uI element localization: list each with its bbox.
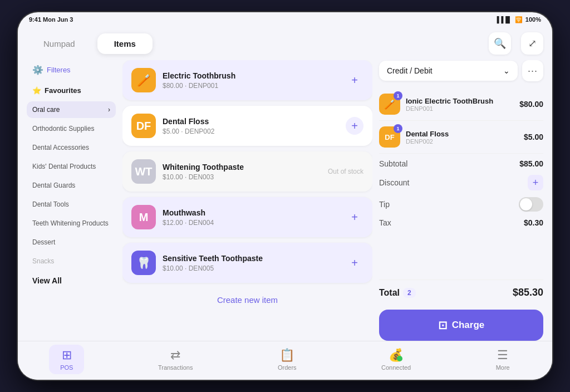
- product-info-sensitive-teeth: Sensitive Teeth Toothpaste $10.00 · DEN0…: [163, 254, 339, 272]
- transactions-icon: ⇄: [170, 348, 180, 362]
- category-orthodontic[interactable]: Orthodontic Supplies: [27, 120, 116, 137]
- product-card-whitening-toothpaste[interactable]: WT Whitening Toothpaste $10.00 · DEN003 …: [122, 151, 372, 192]
- cart-items: 🪥 1 Ionic Electric ToothBrush DENP001 $8…: [379, 88, 543, 154]
- charge-icon: ⊡: [438, 318, 448, 332]
- charge-button[interactable]: ⊡ Charge: [379, 310, 543, 341]
- add-discount-button[interactable]: +: [528, 175, 543, 190]
- category-label: Dental Accessories: [32, 144, 89, 151]
- app-container: Numpad Items 🔍 ⤢ ⚙️ Filteres ⭐ Favourite…: [18, 27, 552, 380]
- category-dental-guards[interactable]: Dental Guards: [27, 177, 116, 194]
- transactions-label: Transactions: [158, 364, 193, 371]
- search-button[interactable]: 🔍: [489, 32, 511, 55]
- category-kids-dental[interactable]: Kids' Dental Products: [27, 158, 116, 175]
- star-icon: ⭐: [32, 86, 41, 95]
- nav-connected[interactable]: 💰 Connected: [370, 345, 422, 374]
- subtotal-label: Subtotal: [379, 159, 407, 168]
- tax-value: $0.30: [524, 218, 543, 227]
- category-label: Teeth Whitening Products: [32, 219, 109, 227]
- cart-item-toothbrush: 🪥 1 Ionic Electric ToothBrush DENP001 $8…: [379, 88, 543, 121]
- expand-button[interactable]: ⤢: [521, 32, 543, 55]
- view-all-button[interactable]: View All: [27, 272, 116, 290]
- filter-icon: ⚙️: [32, 65, 43, 75]
- tip-toggle[interactable]: [519, 197, 543, 212]
- products-panel: 🪥 Electric Toothbrush $80.00 · DENP001 +…: [122, 60, 372, 341]
- product-name: Electric Toothbrush: [163, 71, 339, 80]
- tip-row: Tip: [379, 197, 543, 212]
- category-snacks[interactable]: Snacks: [27, 253, 116, 270]
- cart-item-price-floss: $5.00: [524, 133, 543, 141]
- cart-item-info-toothbrush: Ionic Electric ToothBrush DENP001: [406, 97, 514, 112]
- wifi-icon: 🛜: [515, 16, 523, 23]
- bottom-nav: ⊞ POS ⇄ Transactions 📋 Orders 💰 Connecte…: [18, 341, 552, 380]
- add-mouthwash-button[interactable]: +: [346, 208, 363, 226]
- orders-icon: 📋: [279, 348, 294, 362]
- category-teeth-whitening[interactable]: Teeth Whitening Products: [27, 215, 116, 232]
- product-meta: $10.00 · DEN005: [163, 264, 339, 272]
- total-label: Total: [379, 288, 400, 298]
- favourites-button[interactable]: ⭐ Favourites: [27, 82, 116, 99]
- favourites-label: Favourites: [45, 86, 81, 95]
- product-meta: $12.00 · DEN004: [163, 219, 339, 227]
- category-label: Dental Tools: [32, 200, 69, 208]
- pos-icon: ⊞: [62, 348, 72, 362]
- discount-row: Discount +: [379, 175, 543, 190]
- cart-item-name: Ionic Electric ToothBrush: [406, 97, 514, 105]
- product-card-sensitive-teeth[interactable]: 🦷 Sensitive Teeth Toothpaste $10.00 · DE…: [122, 243, 372, 283]
- orders-label: Orders: [278, 364, 297, 371]
- product-icon-electric-toothbrush: 🪥: [131, 68, 156, 92]
- chevron-right-icon: ›: [108, 106, 110, 114]
- top-nav: Numpad Items 🔍 ⤢: [18, 27, 552, 60]
- category-dessert[interactable]: Dessert: [27, 234, 116, 251]
- connected-dot: [397, 356, 402, 361]
- tax-label: Tax: [379, 218, 391, 227]
- items-tab[interactable]: Items: [97, 33, 153, 54]
- product-icon-whitening-toothpaste: WT: [131, 159, 156, 184]
- cart-item-name: Dental Floss: [406, 130, 518, 138]
- add-dental-floss-button[interactable]: +: [346, 117, 363, 135]
- nav-transactions[interactable]: ⇄ Transactions: [147, 345, 204, 374]
- filter-label: Filteres: [47, 66, 71, 74]
- filter-button[interactable]: ⚙️ Filteres: [27, 60, 116, 80]
- cart-item-sku: DENP001: [406, 105, 514, 112]
- total-count-badge: 2: [403, 288, 416, 298]
- cart-item-icon-floss: DF 1: [379, 126, 400, 148]
- category-oral-care[interactable]: Oral care ›: [27, 101, 116, 118]
- nav-more[interactable]: ☰ More: [485, 345, 521, 374]
- pos-label: POS: [60, 364, 73, 371]
- category-label: Snacks: [32, 257, 54, 265]
- nav-pos[interactable]: ⊞ POS: [49, 345, 84, 374]
- numpad-tab[interactable]: Numpad: [27, 33, 92, 54]
- tip-label: Tip: [379, 200, 390, 209]
- product-meta: $10.00 · DEN003: [163, 173, 321, 181]
- category-dental-accessories[interactable]: Dental Accessories: [27, 139, 116, 156]
- cart-item-icon-toothbrush: 🪥 1: [379, 94, 400, 115]
- category-label: Oral care: [32, 106, 60, 114]
- add-sensitive-teeth-button[interactable]: +: [346, 254, 363, 272]
- product-info-whitening-toothpaste: Whitening Toothpaste $10.00 · DEN003: [163, 163, 321, 181]
- status-icons: ▐▐▐▌ 🛜 100%: [495, 16, 541, 23]
- product-card-mouthwash[interactable]: M Mouthwash $12.00 · DEN004 +: [122, 197, 372, 237]
- product-card-electric-toothbrush[interactable]: 🪥 Electric Toothbrush $80.00 · DENP001 +: [122, 60, 372, 100]
- cart-badge: 1: [394, 91, 402, 100]
- subtotal-value: $85.00: [519, 159, 543, 168]
- order-summary: Subtotal $85.00 Discount + Tip Ta: [379, 159, 543, 227]
- product-info-mouthwash: Mouthwash $12.00 · DEN004: [163, 208, 339, 227]
- product-card-dental-floss[interactable]: DF Dental Floss $5.00 · DENP002 +: [122, 106, 372, 146]
- payment-selector[interactable]: Credit / Debit ⌄: [379, 61, 518, 81]
- product-icon-mouthwash: M: [131, 205, 156, 229]
- signal-icon: ▐▐▐▌: [495, 16, 512, 23]
- add-electric-toothbrush-button[interactable]: +: [346, 71, 363, 89]
- more-options-button[interactable]: ···: [522, 60, 543, 81]
- category-label: Dessert: [32, 238, 55, 246]
- subtotal-row: Subtotal $85.00: [379, 159, 543, 168]
- product-meta: $80.00 · DENP001: [163, 82, 339, 90]
- out-of-stock-label: Out of stock: [328, 168, 363, 175]
- product-meta: $5.00 · DENP002: [163, 128, 339, 135]
- create-new-item-button[interactable]: Create new item: [122, 288, 372, 311]
- discount-label: Discount: [379, 178, 409, 187]
- total-label-group: Total 2: [379, 288, 416, 298]
- cart-item-info-floss: Dental Floss DENP002: [406, 130, 518, 145]
- category-dental-tools[interactable]: Dental Tools: [27, 196, 116, 213]
- expand-icon: ⤢: [528, 37, 537, 50]
- nav-orders[interactable]: 📋 Orders: [267, 345, 308, 374]
